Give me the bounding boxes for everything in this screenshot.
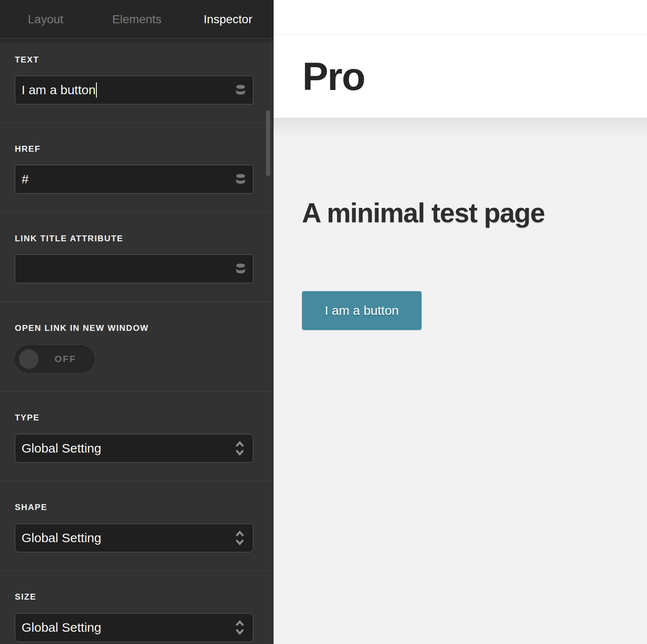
shape-select[interactable]: Global Setting: [15, 524, 253, 552]
field-text: TEXT I am a button: [0, 39, 274, 123]
href-input[interactable]: [15, 165, 253, 193]
href-input-wrap: [15, 165, 253, 194]
size-select[interactable]: Global Setting: [15, 613, 253, 642]
field-new-window: OPEN LINK IN NEW WINDOW OFF: [0, 302, 274, 392]
type-select-value: Global Setting: [22, 441, 101, 456]
type-field-label: TYPE: [15, 413, 253, 423]
toggle-state-label: OFF: [55, 354, 77, 365]
tab-elements[interactable]: Elements: [91, 13, 183, 26]
chevron-updown-icon: [234, 620, 245, 635]
new-window-toggle[interactable]: OFF: [15, 346, 94, 373]
type-select[interactable]: Global Setting: [15, 434, 253, 463]
field-size: SIZE Global Setting: [0, 571, 274, 642]
link-title-input-wrap: [15, 254, 253, 283]
size-field-label: SIZE: [15, 592, 253, 602]
text-field-label: TEXT: [15, 55, 253, 65]
text-cursor: [96, 82, 97, 98]
link-title-input[interactable]: [15, 255, 253, 283]
chevron-updown-icon: [234, 441, 245, 456]
field-href: HREF: [0, 123, 274, 213]
sidebar-scrollbar[interactable]: [266, 110, 270, 176]
tab-inspector[interactable]: Inspector: [182, 13, 274, 26]
toggle-knob-icon: [19, 349, 38, 369]
field-link-title: LINK TITLE ATTRIBUTE: [0, 213, 274, 302]
app-window: Layout Elements Inspector TEXT I am a bu…: [0, 0, 647, 644]
link-title-field-label: LINK TITLE ATTRIBUTE: [15, 234, 253, 243]
site-header: Pro: [274, 35, 647, 118]
sidebar-tabbar: Layout Elements Inspector: [0, 0, 274, 39]
dynamic-content-icon[interactable]: [235, 85, 246, 96]
inspector-panel: TEXT I am a button HREF: [0, 39, 274, 642]
shape-field-label: SHAPE: [15, 502, 253, 512]
dynamic-content-icon[interactable]: [235, 263, 246, 275]
field-shape: SHAPE Global Setting: [0, 481, 274, 571]
tab-layout[interactable]: Layout: [0, 13, 91, 26]
new-window-field-label: OPEN LINK IN NEW WINDOW: [15, 323, 253, 333]
shape-select-value: Global Setting: [22, 531, 101, 545]
text-input[interactable]: I am a button: [15, 76, 253, 104]
size-select-value: Global Setting: [22, 620, 101, 635]
href-field-label: HREF: [15, 144, 253, 154]
page-heading: A minimal test page: [302, 118, 647, 229]
preview-topbar: [274, 0, 647, 35]
preview-button[interactable]: I am a button: [302, 291, 422, 330]
field-type: TYPE Global Setting: [0, 392, 274, 481]
preview-pane: Pro A minimal test page I am a button: [274, 0, 647, 644]
text-input-value: I am a button: [22, 83, 96, 97]
site-logo[interactable]: Pro: [302, 57, 365, 96]
inspector-sidebar: Layout Elements Inspector TEXT I am a bu…: [0, 0, 274, 644]
chevron-updown-icon: [234, 530, 245, 546]
page-content: A minimal test page I am a button: [274, 118, 647, 643]
dynamic-content-icon[interactable]: [235, 174, 246, 185]
